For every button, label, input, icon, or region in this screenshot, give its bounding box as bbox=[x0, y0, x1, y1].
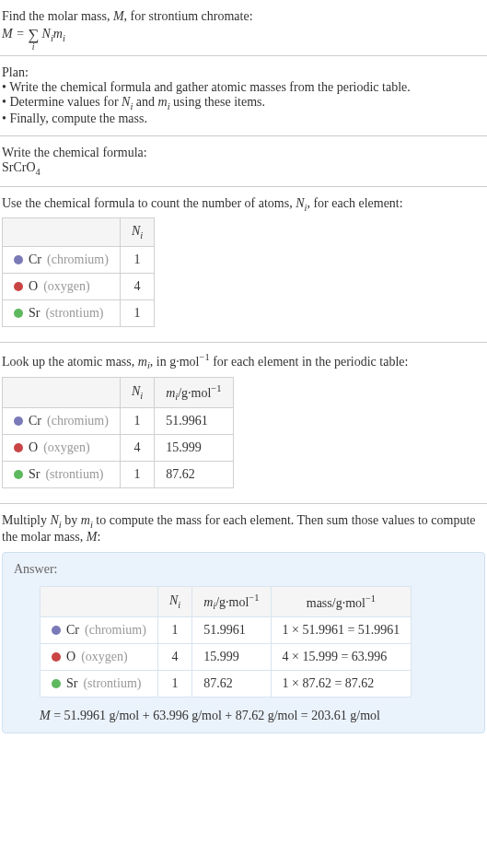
divider bbox=[0, 55, 487, 56]
count-value: 1 bbox=[120, 247, 154, 274]
h-N: N bbox=[169, 593, 178, 607]
element-symbol: O bbox=[29, 440, 38, 455]
mass-table: Ni mi/g·mol−1 Cr (chromium) 1 51.9961 O … bbox=[2, 377, 234, 488]
header-blank bbox=[41, 586, 158, 616]
plan-b2-m: m bbox=[158, 95, 168, 109]
mass-value: 15.999 bbox=[192, 644, 271, 671]
table-row: O (oxygen) 4 bbox=[3, 274, 155, 300]
element-symbol: Sr bbox=[66, 676, 77, 691]
header-N: Ni bbox=[157, 586, 191, 616]
plan-bullet-3: • Finally, compute the mass. bbox=[2, 111, 485, 126]
divider bbox=[0, 135, 487, 136]
h-m: m bbox=[166, 385, 175, 399]
count-N: N bbox=[296, 196, 304, 210]
element-symbol: Sr bbox=[29, 467, 40, 482]
mass-m: m bbox=[138, 355, 147, 369]
h-N: N bbox=[132, 384, 140, 398]
mass-mid: , in g·mol bbox=[150, 355, 200, 369]
mul-m: m bbox=[81, 513, 90, 527]
mass-post: for each element in the periodic table: bbox=[210, 355, 409, 369]
h-Nsub: i bbox=[178, 600, 180, 610]
answer-table: Ni mi/g·mol−1 mass/g·mol−1 Cr (chromium)… bbox=[40, 586, 412, 698]
table-row: Sr (strontium) 1 87.62 bbox=[3, 462, 234, 488]
divider bbox=[0, 186, 487, 187]
table-header-row: Ni mi/g·mol−1 bbox=[3, 377, 234, 407]
final-equation: M = 51.9961 g/mol + 63.996 g/mol + 87.62… bbox=[14, 709, 473, 723]
mul-M: M bbox=[87, 530, 98, 544]
element-symbol: Sr bbox=[29, 306, 40, 321]
multiply-intro: Multiply Ni by mi to compute the mass fo… bbox=[2, 513, 485, 545]
mass-value: 87.62 bbox=[192, 671, 271, 698]
element-symbol: Cr bbox=[29, 414, 41, 428]
calc-value: 4 × 15.999 = 63.996 bbox=[271, 644, 412, 671]
count-value: 1 bbox=[120, 462, 154, 488]
element-cell: O (oxygen) bbox=[3, 435, 121, 462]
element-dot-icon bbox=[14, 282, 23, 291]
element-dot-icon bbox=[14, 255, 23, 264]
header-N: Ni bbox=[120, 218, 154, 247]
element-name: (chromium) bbox=[85, 623, 146, 638]
mass-value: 51.9961 bbox=[192, 617, 271, 644]
element-cell: Cr (chromium) bbox=[41, 617, 158, 644]
element-cell: Cr (chromium) bbox=[3, 247, 121, 274]
mass-exp: −1 bbox=[199, 352, 209, 362]
intro-text-pre: Find the molar mass, bbox=[2, 9, 113, 23]
count-value: 4 bbox=[120, 435, 154, 462]
mass-value: 87.62 bbox=[155, 462, 233, 488]
mass-value: 51.9961 bbox=[155, 408, 233, 435]
header-blank bbox=[3, 218, 121, 247]
element-cell: Sr (strontium) bbox=[3, 300, 121, 327]
element-symbol: O bbox=[66, 650, 75, 664]
plan-title: Plan: bbox=[2, 65, 485, 80]
count-section: Use the chemical formula to count the nu… bbox=[0, 193, 487, 337]
formula-pre: SrCrO bbox=[2, 160, 36, 174]
plan-bullet-2: • Determine values for Ni and mi using t… bbox=[2, 95, 485, 111]
element-name: (strontium) bbox=[83, 676, 141, 691]
final-M: M bbox=[40, 709, 51, 722]
element-cell: Cr (chromium) bbox=[3, 408, 121, 435]
table-row: Cr (chromium) 1 bbox=[3, 247, 155, 274]
intro-text-post: , for strontium chromate: bbox=[124, 9, 253, 23]
element-symbol: O bbox=[29, 279, 38, 294]
answer-box: Answer: Ni mi/g·mol−1 mass/g·mol−1 Cr (c… bbox=[2, 552, 485, 733]
element-dot-icon bbox=[14, 470, 23, 479]
element-name: (oxygen) bbox=[43, 279, 90, 294]
formula-title: Write the chemical formula: bbox=[2, 146, 485, 160]
element-dot-icon bbox=[14, 309, 23, 318]
table-row: Sr (strontium) 1 bbox=[3, 300, 155, 327]
count-value: 4 bbox=[120, 274, 154, 300]
element-cell: O (oxygen) bbox=[3, 274, 121, 300]
element-name: (chromium) bbox=[47, 252, 109, 267]
intro-section: Find the molar mass, M, for strontium ch… bbox=[0, 6, 487, 50]
count-value: 4 bbox=[157, 644, 191, 671]
header-m: mi/g·mol−1 bbox=[192, 586, 271, 616]
eq-M: M bbox=[2, 27, 13, 41]
mul-post: : bbox=[97, 530, 100, 544]
chemical-formula: SrCrO4 bbox=[2, 160, 485, 177]
element-symbol: Cr bbox=[29, 252, 41, 267]
divider bbox=[0, 503, 487, 504]
element-name: (strontium) bbox=[45, 467, 103, 482]
element-dot-icon bbox=[14, 443, 23, 452]
element-dot-icon bbox=[52, 652, 61, 662]
multiply-section: Multiply Ni by mi to compute the mass fo… bbox=[0, 510, 487, 548]
element-name: (chromium) bbox=[47, 414, 109, 428]
h-exp: −1 bbox=[249, 592, 259, 603]
plan-bullet-1: • Write the chemical formula and gather … bbox=[2, 80, 485, 95]
mass-pre: Look up the atomic mass, bbox=[2, 355, 138, 369]
table-row: O (oxygen) 4 15.999 bbox=[3, 435, 234, 462]
h-massexp: −1 bbox=[365, 593, 376, 604]
eq-m-sub: i bbox=[63, 33, 65, 43]
eq-m: m bbox=[53, 27, 63, 41]
divider bbox=[0, 342, 487, 343]
formula-section: Write the chemical formula: SrCrO4 bbox=[0, 142, 487, 181]
element-name: (strontium) bbox=[45, 306, 103, 321]
h-m: m bbox=[203, 595, 213, 609]
element-cell: Sr (strontium) bbox=[3, 462, 121, 488]
table-header-row: Ni bbox=[3, 218, 155, 247]
mass-intro: Look up the atomic mass, mi, in g·mol−1 … bbox=[2, 352, 485, 370]
calc-value: 1 × 51.9961 = 51.9961 bbox=[271, 617, 412, 644]
mass-value: 15.999 bbox=[155, 435, 233, 462]
element-dot-icon bbox=[14, 416, 23, 426]
table-header-row: Ni mi/g·mol−1 mass/g·mol−1 bbox=[41, 586, 412, 616]
